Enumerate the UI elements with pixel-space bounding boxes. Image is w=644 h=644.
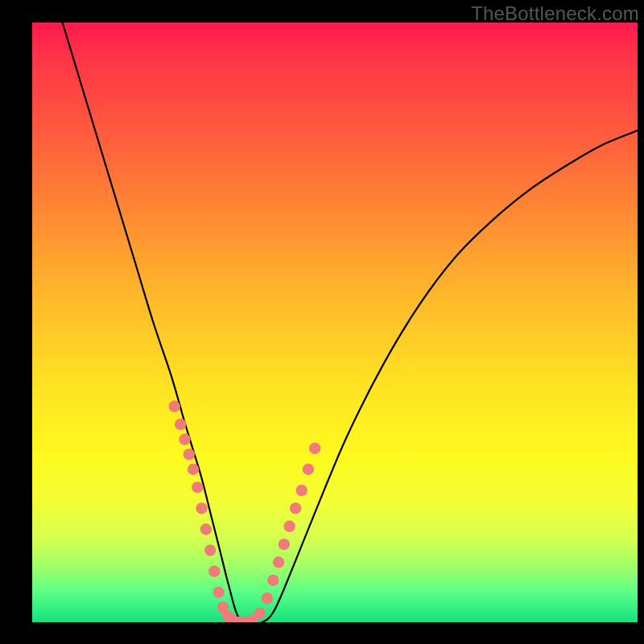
curve-dot [192,481,203,493]
curve-dot [267,575,279,586]
curve-dots [169,401,321,622]
curve-dot [283,521,295,532]
curve-dot [208,565,220,576]
curve-dot [262,592,273,604]
watermark: TheBottleneck.com [471,2,639,25]
curve-dot [279,539,290,550]
curve-dot [213,587,224,598]
curve-dot [200,523,212,535]
plot-area [32,23,638,622]
curve-dot [204,544,216,555]
curve-dot [254,608,266,619]
curve-dot [188,464,199,475]
curve-dot [309,443,320,454]
bottleneck-curve [63,23,638,622]
curve-dot [273,556,284,568]
curve-svg [32,23,638,622]
curve-dot [169,401,180,412]
chart-frame: TheBottleneck.com [0,0,644,644]
curve-dot [295,485,307,496]
curve-dot [303,464,314,475]
curve-dot [179,434,190,445]
curve-dot [175,419,186,430]
curve-dot [290,502,301,514]
curve-dot [196,502,207,514]
curve-dot [184,448,195,460]
